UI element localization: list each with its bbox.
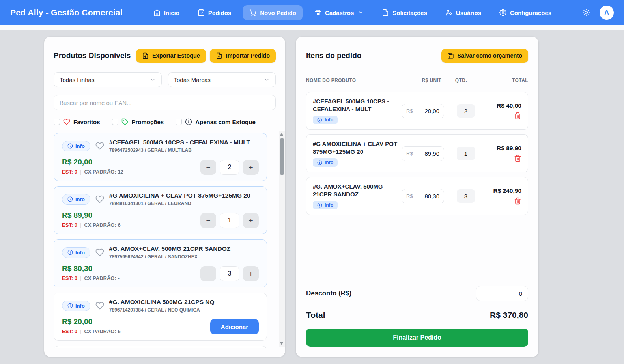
info-icon xyxy=(67,250,73,255)
nav-item-inicio[interactable]: Início xyxy=(147,5,186,20)
discount-input[interactable] xyxy=(476,286,528,301)
add-to-order-button[interactable]: Adicionar xyxy=(210,319,259,334)
box-standard-label: CX PADRÃO: - xyxy=(84,275,119,281)
favorites-filter-checkbox[interactable]: Favoritos xyxy=(54,118,100,125)
cart-icon xyxy=(249,9,256,16)
scroll-up-arrow[interactable] xyxy=(280,133,283,136)
only-stock-filter-checkbox[interactable]: Apenas com Estoque xyxy=(176,118,256,125)
stock-badge: EST: 0 xyxy=(62,222,77,228)
checkbox[interactable] xyxy=(112,119,118,125)
product-price: R$ 89,90 xyxy=(62,211,121,220)
subnav-strip xyxy=(0,25,624,30)
box-standard-label: CX PADRÃO: 6 xyxy=(84,329,120,334)
info-icon xyxy=(317,160,322,165)
product-meta: 7894916341301 / GERAL / LEGRAND xyxy=(109,201,250,206)
order-item-info-button[interactable]: Info xyxy=(313,201,338,209)
nav-item-solicitacoes[interactable]: Solicitações xyxy=(376,5,433,20)
product-name: #G. AMOX+CLAV. 500MG 21CPR SANDOZ xyxy=(109,245,230,252)
unit-price-input[interactable] xyxy=(415,193,439,200)
scrollbar-thumb[interactable] xyxy=(280,138,284,175)
checkbox[interactable] xyxy=(54,119,60,125)
qty-input[interactable] xyxy=(220,266,239,281)
nav-item-label: Cadastros xyxy=(325,9,354,16)
qty-input[interactable] xyxy=(220,213,239,228)
unit-price-input[interactable] xyxy=(415,150,439,157)
favorite-heart-icon[interactable] xyxy=(95,301,104,310)
product-price: R$ 80,30 xyxy=(62,264,120,273)
product-info-button[interactable]: Info xyxy=(62,247,90,258)
product-meta: 7896472502943 / GERAL / MULTILAB xyxy=(109,147,250,153)
heart-icon xyxy=(63,118,70,125)
order-item-name: #CEFAGEL 500MG 10CPS - CEFALEXINA - MULT xyxy=(313,97,398,113)
save-as-budget-button[interactable]: Salvar como orçamento xyxy=(441,49,528,63)
checkbox[interactable] xyxy=(176,119,182,125)
trash-icon xyxy=(514,112,521,119)
product-info-button[interactable]: Info xyxy=(62,194,90,205)
remove-item-button[interactable] xyxy=(514,155,521,162)
info-icon xyxy=(317,203,322,208)
favorites-filter-label: Favoritos xyxy=(73,119,100,125)
qty-decrease-button[interactable]: − xyxy=(200,213,216,228)
promotions-filter-checkbox[interactable]: Promoções xyxy=(112,118,164,125)
product-price: R$ 20,00 xyxy=(62,317,121,326)
export-stock-button[interactable]: Exportar Estoque xyxy=(136,49,206,63)
products-panel: Produtos Disponíveis Exportar Estoque Im… xyxy=(44,37,285,357)
qty-input[interactable] xyxy=(220,160,239,175)
favorite-heart-icon[interactable] xyxy=(95,248,104,257)
discount-label: Desconto (R$) xyxy=(306,289,351,297)
theme-toggle-button[interactable] xyxy=(582,9,590,17)
qty-decrease-button[interactable]: − xyxy=(200,160,216,175)
qty-decrease-button[interactable]: − xyxy=(200,266,216,281)
brand-filter-value: Todas Marcas xyxy=(174,77,211,83)
product-meta: 7897595624642 / GERAL / SANDOZHEX xyxy=(109,254,230,259)
chevron-down-icon xyxy=(150,77,156,83)
product-card: Info #CEFAGEL 500MG 10CPS - CEFALEXINA -… xyxy=(54,133,267,181)
top-navbar: Ped Ally - Gestão Comercial Início Pedid… xyxy=(0,0,624,25)
user-avatar[interactable]: A xyxy=(600,6,614,20)
box-standard-label: CX PADRÃO: 6 xyxy=(84,222,120,228)
order-item-info-button[interactable]: Info xyxy=(313,116,338,124)
nav-item-novo-pedido[interactable]: Novo Pedido xyxy=(243,5,303,20)
order-panel: Itens do pedido Salvar como orçamento NO… xyxy=(296,37,538,357)
product-info-button[interactable]: Info xyxy=(62,141,90,151)
nav-item-usuarios[interactable]: Usuários xyxy=(439,5,488,20)
tag-icon xyxy=(121,118,129,125)
product-info-button[interactable]: Info xyxy=(62,301,90,311)
product-name: #G. AMOXICILINA 500MG 21CPS NQ xyxy=(109,299,215,306)
stock-badge: EST: 0 xyxy=(62,169,77,175)
nav-item-configuracoes[interactable]: Configurações xyxy=(493,5,558,20)
order-table-header: NOME DO PRODUTO R$ UNIT QTD. TOTAL xyxy=(306,78,528,83)
order-item-info-label: Info xyxy=(325,117,333,123)
unit-price-input[interactable] xyxy=(415,108,439,114)
product-list-scrollbar[interactable] xyxy=(279,131,285,347)
nav-item-label: Configurações xyxy=(510,9,551,16)
remove-item-button[interactable] xyxy=(514,112,521,119)
search-input[interactable] xyxy=(54,95,276,110)
qty-increase-button[interactable]: + xyxy=(243,213,259,228)
gear-icon xyxy=(499,9,506,16)
trash-icon xyxy=(514,155,521,162)
unit-price-field: R$ xyxy=(402,104,444,118)
product-info-label: Info xyxy=(75,303,85,309)
scroll-down-arrow[interactable] xyxy=(280,342,283,345)
favorite-heart-icon[interactable] xyxy=(95,142,104,150)
divider: | xyxy=(80,169,81,175)
brand-filter-select[interactable]: Todas Marcas xyxy=(168,72,276,87)
qty-increase-button[interactable]: + xyxy=(243,160,259,175)
home-icon xyxy=(153,9,161,16)
line-filter-select[interactable]: Todas Linhas xyxy=(54,72,162,87)
order-item-qty: 3 xyxy=(457,189,475,203)
qty-increase-button[interactable]: + xyxy=(243,266,259,281)
import-order-button[interactable]: Importar Pedido xyxy=(210,49,276,63)
product-name: #G AMOXICILINA + CLAV POT 875MG+125MG 20 xyxy=(109,192,250,199)
favorite-heart-icon[interactable] xyxy=(95,195,104,203)
remove-item-button[interactable] xyxy=(514,197,521,205)
nav-item-pedidos[interactable]: Pedidos xyxy=(191,5,237,20)
order-item-row: #G AMOXICILINA + CLAV POT 875MG+125MG 20… xyxy=(306,134,528,172)
app-title: Ped Ally - Gestão Comercial xyxy=(10,8,123,17)
order-item-info-button[interactable]: Info xyxy=(313,158,338,167)
order-item-info-label: Info xyxy=(325,202,333,208)
nav-item-cadastros[interactable]: Cadastros xyxy=(308,5,370,20)
finalize-order-button[interactable]: Finalizar Pedido xyxy=(306,329,528,347)
order-item-qty: 1 xyxy=(457,147,475,160)
